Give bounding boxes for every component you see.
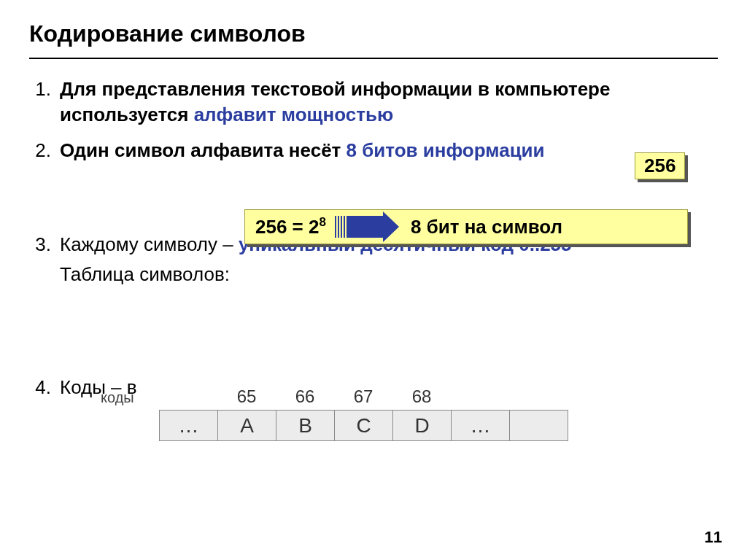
code-value: 68 [392,386,451,407]
item-text: Каждому символу – [60,233,239,255]
page-number: 11 [705,528,722,547]
symbol-cell: … [160,411,218,441]
list-item-1: 1. Для представления текстовой информаци… [29,77,718,128]
table-row: … A B C D … [160,411,568,441]
callout-lhs: 256 = 28 [245,215,330,238]
code-value: 66 [276,386,334,407]
formula-callout: 256 = 28 8 бит на символ [244,209,688,244]
symbol-cell: A [218,411,276,441]
callout-rhs: 8 бит на символ [389,216,562,238]
symbol-cell: D [393,411,452,441]
item-number: 1. [29,77,60,128]
title-rule [29,58,718,59]
highlight-term: алфавит мощностью [194,104,393,125]
item-body: Для представления текстовой информации в… [60,77,718,128]
item-number: 3. [29,232,60,287]
arrow-icon [335,216,383,238]
symbol-table: … A B C D … [159,410,568,441]
code-value: 65 [217,386,276,407]
list-item-2: 2. Один символ алфавита несёт 8 битов ин… [29,138,718,163]
badge-256: 256 [635,152,685,179]
symbol-cell: C [335,411,393,441]
highlight-term: 8 битов информации [347,139,545,161]
symbol-cell [510,411,568,441]
codes-row: коды 65 66 67 68 [88,386,568,407]
item-body: Один символ алфавита несёт 8 битов инфор… [60,138,718,163]
slide-title: Кодирование символов [29,20,718,47]
code-table-area: коды 65 66 67 68 … A B C D … [88,386,568,441]
item-number: 2. [29,138,60,163]
callout-base: 256 = 2 [255,216,319,238]
item-subtext: Таблица символов: [60,262,718,287]
codes-label: коды [88,389,217,406]
item-number: 4. [29,375,60,400]
code-value: 67 [334,386,392,407]
symbol-cell: … [452,411,510,441]
symbol-cell: B [276,411,335,441]
item-text: Один символ алфавита несёт [60,139,347,161]
callout-exponent: 8 [319,215,325,229]
